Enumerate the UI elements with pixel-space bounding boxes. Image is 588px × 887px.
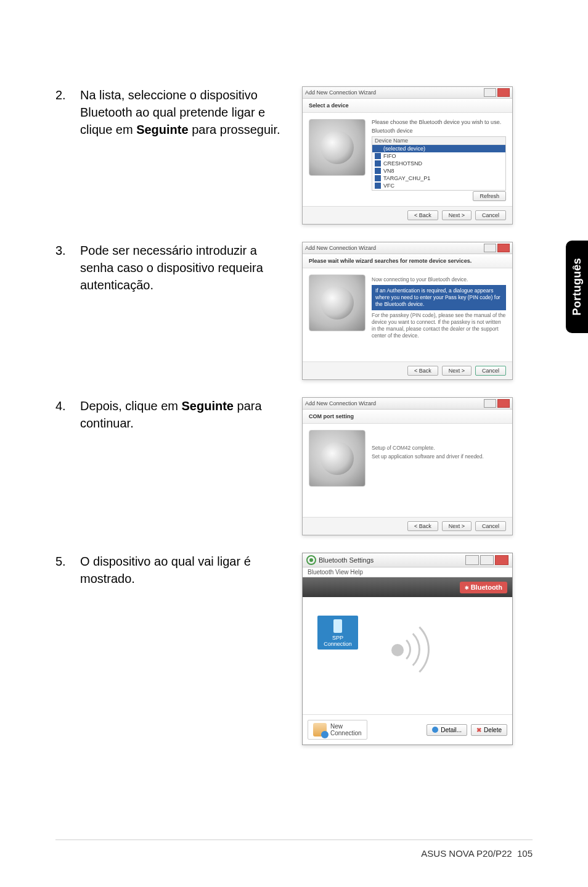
language-tab: Português	[566, 241, 588, 333]
device-list-header: Device Name	[372, 137, 505, 145]
minimize-button[interactable]	[465, 555, 479, 565]
device-icon	[375, 153, 381, 159]
spp-label-top: SPP	[319, 635, 357, 641]
back-button[interactable]: < Back	[407, 210, 438, 220]
close-button[interactable]	[497, 244, 510, 252]
step-text-after: para prosseguir.	[189, 123, 280, 136]
screenshot-3: Add New Connection Wizard COM port setti…	[302, 397, 512, 535]
new-connection-icon	[313, 723, 327, 736]
dialog-line: For the passkey (PIN code), please see t…	[372, 312, 506, 339]
bluetooth-badge: ✱ Bluetooth	[460, 582, 507, 593]
step-number: 2.	[55, 86, 80, 104]
dialog-title: Add New Connection Wizard	[305, 400, 483, 406]
dialog-highlight-box: If an Authentication is required, a dial…	[372, 285, 506, 310]
language-tab-label: Português	[571, 258, 584, 316]
dialog-title: Add New Connection Wizard	[305, 245, 483, 251]
step-text: Depois, clique em Seguinte para continua…	[80, 397, 302, 432]
wizard-dialog-3: Add New Connection Wizard COM port setti…	[302, 397, 513, 535]
device-list-label: Bluetooth device	[372, 128, 506, 134]
spp-connection-icon[interactable]: SPP Connection	[317, 616, 358, 650]
next-button[interactable]: Next >	[442, 210, 472, 220]
close-button[interactable]	[497, 399, 510, 408]
device-item[interactable]: VN8	[372, 167, 505, 175]
dialog-prompt: Please choose the Bluetooth device you w…	[372, 119, 506, 125]
bluetooth-badge-label: Bluetooth	[471, 584, 502, 591]
next-button[interactable]: Next >	[442, 521, 472, 531]
device-label: TARGAY_CHU_P1	[383, 175, 430, 181]
spp-label-bottom: Connection	[319, 641, 357, 647]
footer-page-number: 105	[517, 848, 533, 859]
step-text: Na lista, seleccione o dispositivo Bluet…	[80, 86, 302, 138]
close-button[interactable]	[495, 555, 508, 565]
cancel-button[interactable]: Cancel	[475, 210, 506, 220]
step-3-row: 3. Pode ser necessário introduzir a senh…	[55, 242, 533, 380]
device-list[interactable]: Device Name (selected device) FIFO CRESH…	[372, 136, 506, 191]
step-text: Pode ser necessário introduzir a senha c…	[80, 242, 302, 294]
maximize-button[interactable]	[480, 555, 494, 565]
step-text-bold: Seguinte	[182, 399, 234, 413]
new-connection-label-bottom: Connection	[330, 730, 362, 736]
device-item[interactable]: TARGAY_CHU_P1	[372, 175, 505, 182]
dialog-line: Now connecting to your Bluetooth device.	[372, 276, 506, 283]
step-4-row: 4. Depois, clique em Seguinte para conti…	[55, 397, 533, 535]
device-label: VN8	[383, 168, 394, 174]
menu-bar[interactable]: Bluetooth View Help	[303, 567, 512, 577]
detail-button-label: Detail...	[441, 727, 462, 733]
plug-icon	[333, 619, 342, 633]
device-item[interactable]: CRESHOTSND	[372, 160, 505, 167]
step-number: 5.	[55, 553, 80, 570]
refresh-button[interactable]: Refresh	[473, 191, 506, 201]
footer-rule	[55, 840, 533, 840]
back-button[interactable]: < Back	[407, 521, 438, 531]
step-text-bold: Seguinte	[136, 123, 188, 136]
app-icon	[306, 555, 316, 565]
delete-button[interactable]: ✖ Delete	[471, 724, 507, 736]
bluetooth-settings-window: Bluetooth Settings Bluetooth View Help ✱…	[302, 553, 513, 745]
step-number: 4.	[55, 397, 80, 415]
close-button[interactable]	[497, 88, 510, 97]
info-icon	[432, 727, 438, 733]
step-text-plain: O dispositivo ao qual vai ligar é mostra…	[80, 555, 251, 585]
minimize-button[interactable]	[484, 88, 496, 97]
cancel-button[interactable]: Cancel	[475, 521, 506, 531]
wizard-dialog-1: Add New Connection Wizard Select a devic…	[302, 86, 513, 225]
device-label: VFC	[383, 183, 394, 189]
dialog-title: Add New Connection Wizard	[305, 89, 483, 96]
dialog-banner: COM port setting	[303, 410, 512, 424]
step-text-plain: Depois, clique em	[80, 399, 182, 413]
step-5-row: 5. O dispositivo ao qual vai ligar é mos…	[55, 553, 533, 745]
new-connection-button[interactable]: New Connection	[308, 720, 367, 740]
dialog-titlebar: Add New Connection Wizard	[303, 242, 512, 254]
device-icon	[375, 168, 381, 174]
dialog-banner: Select a device	[303, 99, 512, 113]
toolbar-strip: ✱ Bluetooth	[303, 577, 512, 597]
step-number: 3.	[55, 242, 80, 259]
screenshot-1: Add New Connection Wizard Select a devic…	[302, 86, 512, 225]
back-button[interactable]: < Back	[407, 366, 438, 376]
footer-product: ASUS NOVA P20/P22	[421, 848, 512, 859]
dialog-line: Set up application software and driver i…	[372, 453, 506, 460]
device-item[interactable]: FIFO	[372, 152, 505, 160]
device-icon	[375, 175, 381, 181]
wizard-graphic	[309, 119, 365, 176]
minimize-button[interactable]	[484, 399, 496, 408]
new-connection-label-top: New	[330, 723, 362, 730]
dialog-line: Setup of COM42 complete.	[372, 445, 506, 452]
screenshot-4: Bluetooth Settings Bluetooth View Help ✱…	[302, 553, 512, 745]
wizard-dialog-2: Add New Connection Wizard Please wait wh…	[302, 242, 513, 380]
window-title: Bluetooth Settings	[319, 556, 464, 564]
delete-button-label: Delete	[484, 727, 502, 733]
next-button[interactable]: Next >	[442, 366, 472, 376]
minimize-button[interactable]	[484, 244, 496, 252]
window-titlebar: Bluetooth Settings	[303, 553, 512, 567]
cancel-button[interactable]: Cancel	[475, 366, 506, 376]
step-text: O dispositivo ao qual vai ligar é mostra…	[80, 553, 302, 587]
screenshot-2: Add New Connection Wizard Please wait wh…	[302, 242, 512, 380]
device-icon	[375, 183, 381, 189]
dialog-banner: Please wait while wizard searches for re…	[303, 254, 512, 268]
connections-canvas: SPP Connection	[303, 597, 512, 714]
device-item-selected[interactable]: (selected device)	[372, 145, 505, 152]
dialog-titlebar: Add New Connection Wizard	[303, 87, 512, 99]
detail-button[interactable]: Detail...	[427, 724, 467, 736]
device-item[interactable]: VFC	[372, 182, 505, 189]
